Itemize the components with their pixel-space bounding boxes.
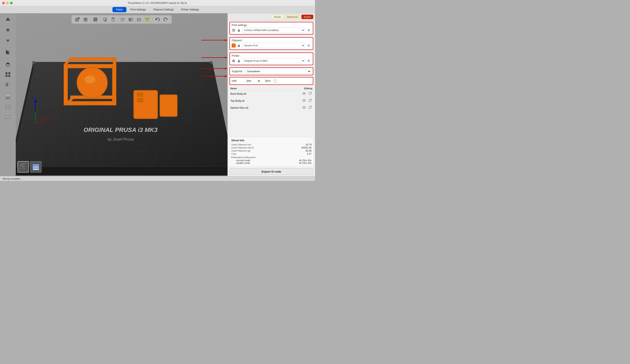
- delete-button[interactable]: [82, 16, 88, 22]
- paste-button[interactable]: [110, 16, 116, 22]
- file-visibility-0[interactable]: [302, 91, 306, 96]
- svg-rect-118: [33, 169, 39, 170]
- print-settings-gear[interactable]: ⚙: [306, 28, 311, 32]
- svg-rect-125: [238, 61, 240, 62]
- viewport[interactable]: ORIGINAL PRUSA i3 MK3 by Josef Prusa: [16, 13, 228, 176]
- print-settings-section: Print settings : 0.20mm SPEED MK3 (modif…: [230, 22, 313, 34]
- move-up-button[interactable]: [3, 15, 13, 25]
- export-gcode-button[interactable]: Export G-code: [230, 168, 313, 175]
- svg-point-135: [304, 107, 305, 108]
- file-edit-1[interactable]: [308, 98, 312, 103]
- filament-mm3-label: Used Filament (mm³): [231, 146, 254, 149]
- filament-gear[interactable]: ⚙: [306, 43, 311, 48]
- object-tools: [3, 60, 13, 90]
- filament-m-row: Used Filament (m) 16.79: [231, 143, 312, 146]
- scale-button[interactable]: [3, 70, 13, 80]
- advanced-mode-button[interactable]: Advanced: [284, 15, 300, 19]
- filament-select[interactable]: Generic PLA: [242, 43, 305, 48]
- svg-rect-9: [6, 72, 7, 74]
- rotate-button[interactable]: [3, 60, 13, 69]
- close-button[interactable]: [2, 2, 5, 4]
- svg-text:ORIGINAL PRUSA i3 MK3: ORIGINAL PRUSA i3 MK3: [84, 126, 158, 133]
- titlebar: PrusaSlicer-2.1.0+-201909160907 based on…: [0, 0, 315, 6]
- supports-select[interactable]: Everywhere: [246, 69, 311, 74]
- svg-rect-11: [6, 76, 7, 77]
- svg-rect-47: [146, 18, 149, 19]
- svg-rect-12: [9, 76, 10, 77]
- svg-point-101: [210, 61, 212, 64]
- file-edit-2[interactable]: [308, 105, 312, 110]
- svg-rect-42: [131, 18, 133, 21]
- file-actions-2: [302, 105, 312, 110]
- files-section: Name Editing Base Body.stl: [230, 86, 313, 134]
- printer-gear[interactable]: ⚙: [306, 58, 311, 63]
- redo-button[interactable]: [162, 16, 169, 23]
- svg-rect-137: [311, 106, 312, 107]
- move-down-button[interactable]: [3, 35, 13, 45]
- split-button[interactable]: [128, 16, 134, 22]
- supports-label: Supports:: [232, 70, 244, 73]
- undo-button[interactable]: [154, 16, 161, 23]
- file-name-1: Top Body.stl: [230, 99, 302, 102]
- brim-label: Brim:: [265, 80, 271, 82]
- svg-rect-41: [129, 18, 130, 21]
- filament-g-value: 50.08: [306, 150, 312, 152]
- add-instance-button[interactable]: [120, 16, 126, 22]
- svg-rect-32: [94, 20, 95, 21]
- minimize-button[interactable]: [6, 2, 9, 4]
- file-visibility-2[interactable]: [302, 105, 306, 110]
- add-object-button[interactable]: [74, 16, 81, 23]
- svg-text:X: X: [52, 114, 54, 118]
- file-edit-0[interactable]: [308, 91, 312, 96]
- mode-header: Simple Advanced Expert: [228, 13, 315, 20]
- printer-select[interactable]: Original Prusa i3 MK3: [242, 58, 305, 64]
- svg-rect-31: [96, 18, 97, 19]
- tab-filament-settings[interactable]: Filament Settings: [150, 7, 177, 12]
- svg-rect-17: [6, 96, 10, 97]
- svg-rect-91: [160, 95, 178, 116]
- move-left-button[interactable]: [0, 25, 2, 35]
- svg-rect-117: [33, 167, 39, 168]
- cost-value: 1.27: [307, 152, 312, 155]
- mirror-button[interactable]: [3, 80, 13, 90]
- move-center-button[interactable]: [3, 25, 13, 35]
- flat-view-button[interactable]: [3, 112, 13, 122]
- layer-edit-button[interactable]: [144, 16, 150, 23]
- 3d-view-thumb[interactable]: [18, 161, 29, 172]
- copy-button[interactable]: [102, 16, 108, 22]
- layer-range-button[interactable]: [3, 92, 13, 102]
- filament-section: Filament : Generic PLA ⚙: [230, 37, 313, 50]
- svg-rect-30: [94, 18, 95, 19]
- arrange-button[interactable]: [92, 16, 98, 22]
- window-controls[interactable]: [2, 2, 13, 4]
- printer-lock-icon: [237, 59, 241, 63]
- printer-label: Printer :: [232, 54, 311, 57]
- svg-marker-0: [6, 18, 10, 20]
- svg-rect-38: [121, 18, 124, 21]
- infill-select[interactable]: 20%: [246, 78, 261, 83]
- file-visibility-1[interactable]: [302, 98, 306, 103]
- sep1: [90, 17, 90, 22]
- select-button[interactable]: [3, 48, 13, 57]
- brim-checkbox[interactable]: [274, 80, 277, 82]
- editing-column-header: Editing: [295, 87, 312, 90]
- filament-color-swatch[interactable]: [232, 44, 236, 48]
- print-settings-select[interactable]: 0.20mm SPEED MK3 (modified): [242, 28, 305, 33]
- simple-mode-button[interactable]: Simple: [271, 15, 284, 19]
- cut-object-button[interactable]: [136, 16, 142, 23]
- svg-rect-129: [311, 92, 312, 93]
- tab-plater[interactable]: Plater: [112, 7, 126, 12]
- cost-row: Cost 1.27: [231, 152, 312, 155]
- filament-mm3-row: Used Filament (mm³) 40391.06: [231, 146, 312, 149]
- svg-rect-27: [84, 18, 87, 21]
- cut-button[interactable]: [3, 102, 13, 112]
- svg-rect-78: [70, 58, 116, 61]
- filament-mm3-value: 40391.06: [302, 146, 312, 149]
- svg-point-131: [304, 100, 305, 101]
- maximize-button[interactable]: [10, 2, 13, 4]
- layer-view-thumb[interactable]: [30, 161, 42, 172]
- tab-printer-settings[interactable]: Printer Settings: [178, 7, 202, 12]
- expert-mode-button[interactable]: Expert: [302, 15, 313, 19]
- file-name-2: Sphere+Box.stl: [230, 106, 302, 110]
- tab-print-settings[interactable]: Print Settings: [127, 7, 150, 12]
